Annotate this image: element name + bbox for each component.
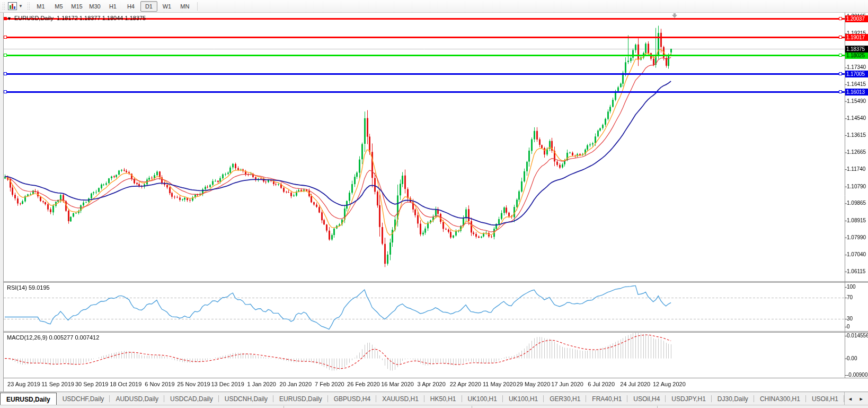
chart-window: ▼EURUSD,Daily 1.18172 1.18377 1.18044 1.… [0, 13, 868, 392]
timeframe-buttons: M1M5M15M30H1H4D1W1MN [32, 1, 194, 12]
date-axis-label: 11 Sep 2019 [41, 381, 74, 387]
hline-price-chip[interactable]: 1.16013 [845, 89, 868, 96]
macd-axis-tick: 0.014556 [847, 333, 868, 338]
chart-tab-usdcnh-daily[interactable]: USDCNH,Daily [219, 392, 273, 405]
timeframe-button-m1[interactable]: M1 [32, 1, 49, 12]
date-axis-label: 26 Feb 2020 [347, 381, 380, 387]
hline-price-chip[interactable]: 1.19017 [845, 34, 868, 41]
price-axis-tick: 1.10790 [847, 184, 866, 189]
mt4-window: ▼ M1M5M15M30H1H4D1W1MN ▼EURUSD,Daily 1.1… [0, 0, 868, 408]
date-axis-label: 7 Feb 2020 [315, 381, 344, 387]
price-axis-tick: 1.08915 [847, 218, 866, 223]
chart-tab-gbpusd-h4[interactable]: GBPUSD,H4 [328, 392, 376, 405]
toolbar-grip[interactable] [27, 2, 30, 11]
date-axis-label: 6 Nov 2019 [145, 381, 174, 387]
date-axis-label: 24 Jul 2020 [620, 381, 650, 387]
price-axis-tick: 1.17340 [847, 64, 866, 70]
chart-tab-xauusd-h1[interactable]: XAUUSD,H1 [376, 392, 424, 405]
chart-tab-usoil-h4[interactable]: USOil,H4 [627, 392, 666, 405]
hline-price-chip[interactable]: 1.17005 [845, 71, 868, 77]
window-left-frame [0, 13, 4, 392]
price-axis-tick: 1.11740 [847, 166, 865, 172]
date-axis-label: 3 Apr 2020 [418, 381, 446, 387]
chart-tab-uk100-h1[interactable]: UK100,H1 [503, 392, 544, 405]
date-axis-label: 30 Sep 2019 [75, 381, 108, 387]
price-axis-tick: 1.15490 [847, 98, 866, 104]
chart-title: ▼EURUSD,Daily 1.18172 1.18377 1.18044 1.… [7, 15, 146, 21]
chart-period-icon[interactable] [8, 2, 17, 10]
hline-price-chip[interactable]: 1.20037 [845, 15, 868, 22]
chart-tab-hk50-h1[interactable]: HK50,H1 [424, 392, 462, 405]
rsi-axis-tick: 100 [847, 284, 856, 290]
status-separator [284, 406, 284, 408]
chart-tab-uk100-h1[interactable]: UK100,H1 [462, 392, 503, 405]
macd-axis-tick: -0.00900 [847, 372, 867, 378]
timeframe-button-m15[interactable]: M15 [68, 1, 85, 12]
price-axis-tick: 1.09865 [847, 200, 866, 206]
timeframe-button-mn[interactable]: MN [176, 1, 193, 12]
chart-tab-dj30-daily[interactable]: DJ30,Daily [712, 392, 754, 405]
chart-tab-eurusd-daily[interactable]: EURUSD,Daily [273, 392, 328, 405]
price-axis-tick: 1.07990 [847, 235, 866, 240]
chart-tab-bar: EURUSD,DailyUSDCHF,DailyAUDUSD,DailyUSDC… [0, 392, 868, 405]
tab-scroll-left-icon[interactable]: ◄ [845, 396, 856, 402]
status-bar [0, 405, 868, 408]
date-axis-label: 11 May 2020 [483, 381, 516, 387]
status-separator [657, 406, 658, 408]
price-axis-tick: 1.13615 [847, 132, 866, 138]
title-dropdown-icon[interactable]: ▼ [7, 16, 12, 21]
macd-indicator-label: MACD(12,26,9) 0.005277 0.007412 [7, 334, 99, 341]
date-axis-label: 22 Apr 2020 [450, 381, 481, 387]
price-axis-tick: 1.06115 [847, 268, 865, 274]
timeframe-button-h4[interactable]: H4 [122, 1, 139, 12]
chevron-down-icon[interactable]: ▼ [19, 4, 23, 8]
chart-tab-usoil-h1[interactable]: USOil,H1 [806, 392, 844, 405]
timeframe-button-m30[interactable]: M30 [86, 1, 103, 12]
timeframe-button-m5[interactable]: M5 [50, 1, 67, 12]
chart-tab-fra40-h1[interactable]: FRA40,H1 [586, 392, 627, 405]
toolbar-grip[interactable] [2, 2, 5, 11]
tab-scroll-nav: ◄► [844, 392, 868, 405]
toolbar-separator [197, 2, 198, 11]
date-axis-label: 17 Jun 2020 [551, 381, 583, 387]
status-separator [472, 406, 472, 408]
date-axis-label: 12 Aug 2020 [653, 381, 686, 387]
date-axis-label: 1 Jan 2020 [247, 381, 276, 387]
date-axis-label: 20 Jan 2020 [280, 381, 312, 387]
chart-ohlc-values: 1.18172 1.18377 1.18044 1.18375 [57, 15, 146, 21]
chart-tab-usdjpy-h1[interactable]: USDJPY,H1 [666, 392, 711, 405]
rsi-indicator-label: RSI(14) 59.0195 [7, 284, 50, 291]
date-axis-label: 16 Mar 2020 [381, 381, 414, 387]
timeframe-button-d1[interactable]: D1 [140, 1, 157, 12]
chart-tab-ger30-h1[interactable]: GER30,H1 [544, 392, 586, 405]
timeframe-button-h1[interactable]: H1 [104, 1, 121, 12]
rsi-axis-tick: 30 [847, 316, 853, 322]
date-axis-label: 25 Nov 2019 [177, 381, 210, 387]
macd-axis-tick: 0.00 [847, 355, 857, 361]
price-axis-tick: 1.14540 [847, 115, 866, 121]
date-axis-label: 13 Dec 2019 [211, 381, 244, 387]
timeframe-button-w1[interactable]: W1 [158, 1, 175, 12]
chart-tab-usdcad-daily[interactable]: USDCAD,Daily [164, 392, 219, 405]
chart-symbol-label: EURUSD,Daily [14, 15, 54, 21]
chart-tab-eurusd-daily[interactable]: EURUSD,Daily [0, 393, 57, 405]
tab-scroll-right-icon[interactable]: ► [856, 396, 867, 402]
date-axis-label: 6 Jul 2020 [588, 381, 615, 387]
date-axis-label: 18 Oct 2019 [110, 381, 141, 387]
chart-tab-audusd-daily[interactable]: AUDUSD,Daily [110, 392, 164, 405]
current-price-chip[interactable]: 1.18375 [845, 46, 868, 53]
price-axis-tick: 1.12665 [847, 149, 866, 155]
chart-canvas[interactable] [0, 13, 868, 392]
date-axis-label: 29 May 2020 [517, 381, 551, 387]
timeframe-toolbar: ▼ M1M5M15M30H1H4D1W1MN [0, 0, 868, 13]
rsi-axis-tick: 0 [847, 324, 850, 329]
price-axis-tick: 1.16415 [847, 81, 866, 87]
date-axis-label: 23 Aug 2019 [7, 381, 40, 387]
hline-price-chip[interactable]: 1.18025 [845, 52, 868, 59]
rsi-axis-tick: 70 [847, 294, 853, 300]
price-axis-tick: 1.07040 [847, 251, 866, 257]
chart-tab-usdchf-daily[interactable]: USDCHF,Daily [57, 392, 110, 405]
chart-tab-china300-h1[interactable]: CHINA300,H1 [754, 392, 806, 405]
